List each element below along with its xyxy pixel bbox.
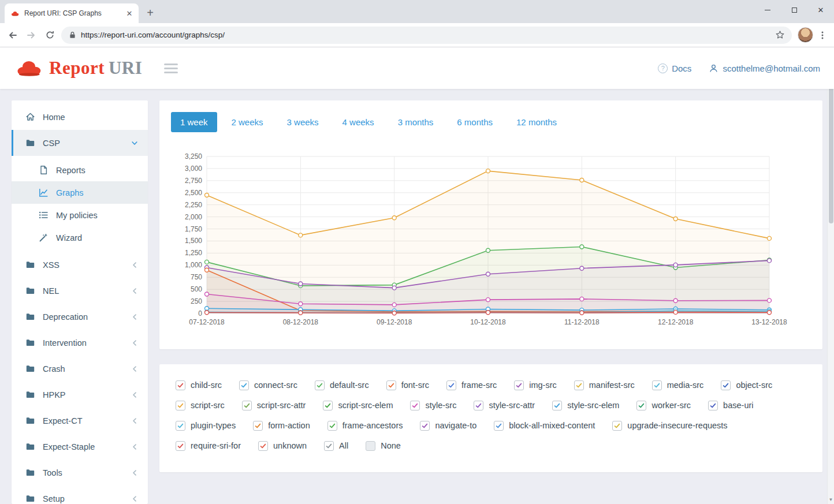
- page-scrollbar[interactable]: ▲ ▼: [827, 47, 834, 504]
- new-tab-button[interactable]: +: [142, 5, 158, 21]
- filter-manifest-src[interactable]: manifest-src: [574, 380, 635, 390]
- tab-close-icon[interactable]: ✕: [125, 9, 134, 18]
- checkbox-img-src[interactable]: [514, 380, 524, 390]
- checkbox-form-action[interactable]: [253, 421, 263, 431]
- checkbox-media-src[interactable]: [652, 380, 662, 390]
- filter-img-src[interactable]: img-src: [514, 380, 557, 390]
- sidebar-item-wizard[interactable]: Wizard: [12, 226, 148, 249]
- range-tab-2-weeks[interactable]: 2 weeks: [222, 112, 273, 132]
- checkbox-frame-src[interactable]: [446, 380, 456, 390]
- checkbox-connect-src[interactable]: [239, 380, 249, 390]
- filter-script-src-elem[interactable]: script-src-elem: [323, 401, 393, 410]
- filter-block-all-mixed-content[interactable]: block-all-mixed-content: [494, 421, 595, 431]
- close-window-button[interactable]: ✕: [807, 0, 834, 20]
- sidebar-item-graphs[interactable]: Graphs: [12, 181, 148, 204]
- sidebar-item-hpkp[interactable]: HPKP: [12, 382, 148, 408]
- checkbox-frame-ancestors[interactable]: [327, 421, 337, 431]
- account-menu[interactable]: scotthelme@hotmail.com: [709, 64, 820, 73]
- checkbox-navigate-to[interactable]: [420, 421, 430, 431]
- account-email: scotthelme@hotmail.com: [723, 64, 820, 73]
- checkbox-script-src-elem[interactable]: [323, 401, 333, 410]
- sidebar-item-nel[interactable]: NEL: [12, 278, 148, 304]
- filter-worker-src[interactable]: worker-src: [636, 401, 691, 410]
- filter-unknown[interactable]: unknown: [258, 441, 307, 451]
- checkbox-script-src[interactable]: [176, 401, 185, 410]
- address-bar[interactable]: https://report-uri.com/account/graphs/cs…: [61, 27, 792, 44]
- filter-font-src[interactable]: font-src: [386, 380, 429, 390]
- filter-frame-ancestors[interactable]: frame-ancestors: [327, 421, 403, 431]
- checkbox-object-src[interactable]: [721, 380, 731, 390]
- checkbox-style-src-attr[interactable]: [474, 401, 483, 410]
- filter-style-src-elem[interactable]: style-src-elem: [552, 401, 619, 410]
- filter-form-action[interactable]: form-action: [253, 421, 310, 431]
- filter-plugin-types[interactable]: plugin-types: [176, 421, 236, 431]
- checkbox-none[interactable]: [366, 441, 375, 451]
- profile-avatar[interactable]: [798, 27, 813, 43]
- checkbox-style-src-elem[interactable]: [552, 401, 562, 410]
- sidebar-item-home[interactable]: Home: [12, 104, 148, 130]
- bookmark-star-icon[interactable]: [775, 30, 785, 40]
- filter-all[interactable]: All: [324, 441, 348, 451]
- checkbox-style-src[interactable]: [410, 401, 420, 410]
- browser-menu-kebab-icon[interactable]: [818, 31, 827, 40]
- checkbox-plugin-types[interactable]: [176, 421, 185, 431]
- filter-child-src[interactable]: child-src: [176, 380, 222, 390]
- sidebar-item-intervention[interactable]: Intervention: [12, 330, 148, 356]
- checkbox-font-src[interactable]: [386, 380, 396, 390]
- browser-tab[interactable]: Report URI: CSP Graphs ✕: [5, 3, 139, 23]
- filter-connect-src[interactable]: connect-src: [239, 380, 297, 390]
- forward-button[interactable]: [22, 26, 40, 44]
- filter-default-src[interactable]: default-src: [315, 380, 369, 390]
- filter-upgrade-insecure-requests[interactable]: upgrade-insecure-requests: [612, 421, 727, 431]
- sidebar-item-my-policies[interactable]: My policies: [12, 204, 148, 226]
- filter-frame-src[interactable]: frame-src: [446, 380, 497, 390]
- checkbox-worker-src[interactable]: [636, 401, 646, 410]
- range-tab-3-weeks[interactable]: 3 weeks: [278, 112, 328, 132]
- filter-media-src[interactable]: media-src: [652, 380, 704, 390]
- checkbox-unknown[interactable]: [258, 441, 268, 451]
- filter-style-src[interactable]: style-src: [410, 401, 456, 410]
- sidebar-item-crash[interactable]: Crash: [12, 356, 148, 382]
- sidebar-item-expect-staple[interactable]: Expect-Staple: [12, 434, 148, 460]
- sidebar-item-tools[interactable]: Tools: [12, 460, 148, 486]
- filter-label: form-action: [268, 421, 310, 430]
- brand-logo[interactable]: ReportURI: [14, 58, 142, 79]
- docs-link[interactable]: ? Docs: [658, 64, 691, 73]
- filter-object-src[interactable]: object-src: [721, 380, 772, 390]
- range-tab-6-months[interactable]: 6 months: [448, 112, 502, 132]
- range-tab-12-months[interactable]: 12 months: [507, 112, 566, 132]
- checkbox-manifest-src[interactable]: [574, 380, 584, 390]
- sidebar-item-reports[interactable]: Reports: [12, 159, 148, 181]
- filter-style-src-attr[interactable]: style-src-attr: [474, 401, 535, 410]
- scroll-down-arrow-icon[interactable]: ▼: [828, 496, 834, 503]
- checkbox-base-uri[interactable]: [708, 401, 718, 410]
- filter-none[interactable]: None: [366, 441, 401, 451]
- sidebar-item-expect-ct[interactable]: Expect-CT: [12, 408, 148, 434]
- checkbox-child-src[interactable]: [176, 380, 185, 390]
- sidebar-item-xss[interactable]: XSS: [12, 252, 148, 278]
- checkbox-all[interactable]: [324, 441, 334, 451]
- checkbox-script-src-attr[interactable]: [242, 401, 252, 410]
- refresh-button[interactable]: [40, 26, 59, 44]
- folder-icon: [25, 138, 35, 148]
- back-button[interactable]: [3, 26, 22, 44]
- checkbox-upgrade-insecure-requests[interactable]: [612, 421, 622, 431]
- range-tab-1-week[interactable]: 1 week: [171, 112, 217, 132]
- sidebar-item-setup[interactable]: Setup: [12, 486, 148, 504]
- sidebar-item-csp[interactable]: CSP: [12, 130, 148, 156]
- minimize-button[interactable]: [754, 0, 781, 20]
- filter-script-src[interactable]: script-src: [176, 401, 225, 410]
- checkbox-block-all-mixed-content[interactable]: [494, 421, 504, 431]
- filter-navigate-to[interactable]: navigate-to: [420, 421, 476, 431]
- range-tab-3-months[interactable]: 3 months: [389, 112, 443, 132]
- filter-require-sri-for[interactable]: require-sri-for: [176, 441, 241, 451]
- checkbox-require-sri-for[interactable]: [176, 441, 185, 451]
- hamburger-menu-icon[interactable]: [164, 64, 178, 73]
- sidebar-item-deprecation[interactable]: Deprecation: [12, 304, 148, 330]
- filter-base-uri[interactable]: base-uri: [708, 401, 753, 410]
- filter-script-src-attr[interactable]: script-src-attr: [242, 401, 306, 410]
- maximize-button[interactable]: [781, 0, 807, 20]
- range-tab-4-weeks[interactable]: 4 weeks: [333, 112, 384, 132]
- checkbox-default-src[interactable]: [315, 380, 325, 390]
- sidebar-item-label: Reports: [56, 166, 85, 175]
